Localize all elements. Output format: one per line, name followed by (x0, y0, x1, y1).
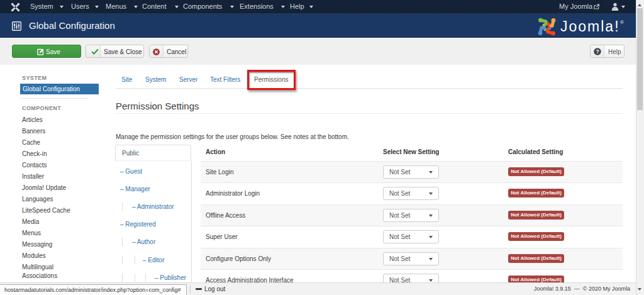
svg-text:?: ? (596, 48, 599, 55)
